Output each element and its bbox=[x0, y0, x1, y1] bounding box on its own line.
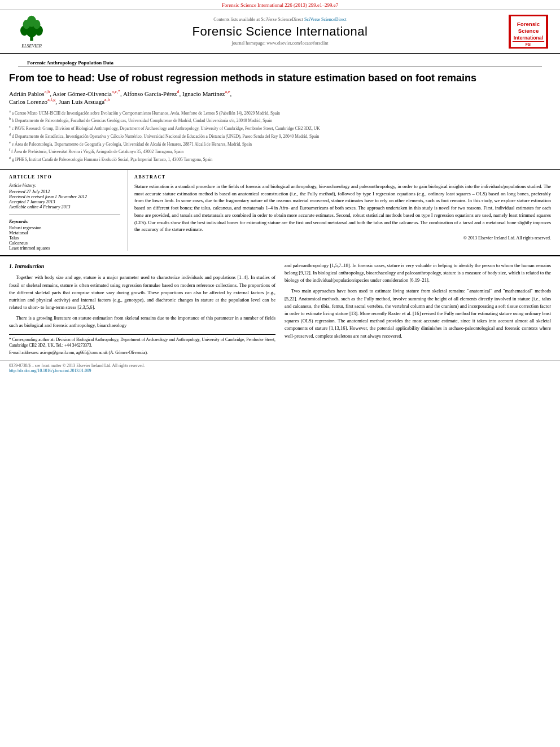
fsi-logo-container: Forensic Science International FSI bbox=[506, 15, 551, 49]
elsevier-logo: ELSEVIER bbox=[9, 14, 54, 49]
bottom-bar: 0379-0738/$ – see front matter © 2013 El… bbox=[0, 360, 560, 375]
abstract-label: ABSTRACT bbox=[134, 174, 551, 180]
abstract-col: ABSTRACT Stature estimation is a standar… bbox=[128, 170, 551, 251]
intro-para-1: Together with body size and age, stature… bbox=[9, 274, 275, 311]
main-two-col: 1. Introduction Together with body size … bbox=[9, 262, 551, 357]
abstract-text: Stature estimation is a standard procedu… bbox=[134, 183, 551, 233]
history-label: Article history: bbox=[9, 183, 120, 188]
revised-date: Received in revised form 1 November 2012 bbox=[9, 194, 120, 199]
intro-para-2: There is a growing literature on stature… bbox=[9, 314, 275, 329]
keyword-3: Talus bbox=[9, 235, 120, 241]
keyword-2: Metatarsal bbox=[9, 230, 120, 235]
keyword-1: Robust regression bbox=[9, 225, 120, 230]
affil-e: e e Área de Paleontología, Departamento … bbox=[9, 139, 551, 147]
affil-b: b b Departamento de Paleontología, Facul… bbox=[9, 116, 551, 124]
received-date: Received 27 July 2012 bbox=[9, 189, 120, 194]
fsi-logo: Forensic Science International FSI bbox=[509, 15, 548, 49]
svg-text:Science: Science bbox=[518, 27, 539, 33]
author-alfonso: Alfonso García-Pérez bbox=[123, 90, 177, 97]
author-asier: Asier Gómez-Olivencia bbox=[53, 90, 112, 97]
article-section-wrapper: Forensic Anthropology Population Data bbox=[0, 54, 560, 67]
sciverse-link[interactable]: SciVerse ScienceDirect bbox=[304, 17, 347, 22]
sciverse-line: Contents lists available at SciVerse Sci… bbox=[60, 17, 500, 22]
article-info-abstract-section: ARTICLE INFO Article history: Received 2… bbox=[0, 169, 560, 251]
main-content: 1. Introduction Together with body size … bbox=[0, 255, 560, 357]
journal-reference-text: Forensic Science International 226 (2013… bbox=[222, 2, 339, 8]
elsevier-tree-icon bbox=[15, 14, 49, 42]
author-ignacio: Ignacio Martínez bbox=[182, 90, 225, 97]
accepted-date: Accepted 7 January 2013 bbox=[9, 199, 120, 204]
intro-heading: 1. Introduction bbox=[9, 262, 275, 271]
affil-a: a a Centro Mixto UCM-ISCIII de Investiga… bbox=[9, 108, 551, 116]
article-info-label: ARTICLE INFO bbox=[9, 174, 120, 180]
journal-homepage: journal homepage: www.elsevier.com/locat… bbox=[60, 41, 500, 46]
affil-c: c c PAVE Research Group, Division of Bio… bbox=[9, 124, 551, 132]
svg-text:FSI: FSI bbox=[526, 42, 532, 46]
svg-text:Forensic: Forensic bbox=[517, 21, 540, 27]
abstract-copyright: © 2013 Elsevier Ireland Ltd. All rights … bbox=[134, 235, 551, 241]
article-info-col: ARTICLE INFO Article history: Received 2… bbox=[9, 170, 128, 251]
journal-title: Forensic Science International bbox=[60, 24, 500, 39]
journal-header: ELSEVIER Contents lists available at Sci… bbox=[0, 10, 560, 54]
divider-1 bbox=[9, 214, 120, 215]
article-title-block: From toe to head: Use of robust regressi… bbox=[0, 67, 560, 166]
affil-g: g g IPHES, Institut Català de Paleoecolo… bbox=[9, 155, 551, 163]
author-adrian: Adrián Pablos bbox=[9, 90, 45, 97]
svg-point-6 bbox=[27, 16, 36, 27]
issn-line: 0379-0738/$ – see front matter © 2013 El… bbox=[9, 363, 551, 368]
authors-line: Adrián Pablosa,b, Asier Gómez-Olivenciaa… bbox=[9, 89, 551, 104]
fsi-logo-icon: Forensic Science International FSI bbox=[510, 15, 547, 49]
article-section-label: Forensic Anthropology Population Data bbox=[18, 56, 542, 67]
article-title: From toe to head: Use of robust regressi… bbox=[9, 72, 551, 85]
main-right-col: and paleoanthropology [1,5,7–18]. In for… bbox=[285, 262, 551, 357]
right-para-2: Two main approaches have been used to es… bbox=[285, 287, 551, 339]
footnote-email: E-mail addresses: asiergo@gmail.com, ag6… bbox=[9, 350, 275, 356]
online-date: Available online 4 February 2013 bbox=[9, 204, 120, 209]
affiliations-block: a a Centro Mixto UCM-ISCIII de Investiga… bbox=[9, 108, 551, 163]
author-juan: Juan Luis Arsuaga bbox=[59, 98, 104, 105]
article-history: Article history: Received 27 July 2012 R… bbox=[9, 183, 120, 209]
main-left-col: 1. Introduction Together with body size … bbox=[9, 262, 275, 357]
keyword-4: Calcaneus bbox=[9, 241, 120, 246]
affil-d: d d Departamento de Estadística, Investi… bbox=[9, 132, 551, 139]
affil-f: f f Área de Prehistoria, Universitat Rov… bbox=[9, 147, 551, 155]
svg-text:International: International bbox=[514, 34, 543, 40]
journal-reference-bar: Forensic Science International 226 (2013… bbox=[0, 0, 560, 10]
footnote-corresponding: * Corresponding author at: Division of B… bbox=[9, 337, 275, 349]
keywords-label: Keywords: bbox=[9, 219, 120, 224]
elsevier-label: ELSEVIER bbox=[21, 43, 42, 49]
header-center: Contents lists available at SciVerse Sci… bbox=[60, 17, 500, 46]
keyword-5: Least trimmed squares bbox=[9, 246, 120, 251]
footnote-section: * Corresponding author at: Division of B… bbox=[9, 334, 275, 356]
author-carlos: Carlos Lorenzo bbox=[9, 98, 47, 105]
doi-line: http://dx.doi.org/10.1016/j.forsciint.20… bbox=[9, 368, 551, 373]
doi-link[interactable]: http://dx.doi.org/10.1016/j.forsciint.20… bbox=[9, 368, 91, 373]
right-para-1: and paleoanthropology [1,5,7–18]. In for… bbox=[285, 262, 551, 285]
